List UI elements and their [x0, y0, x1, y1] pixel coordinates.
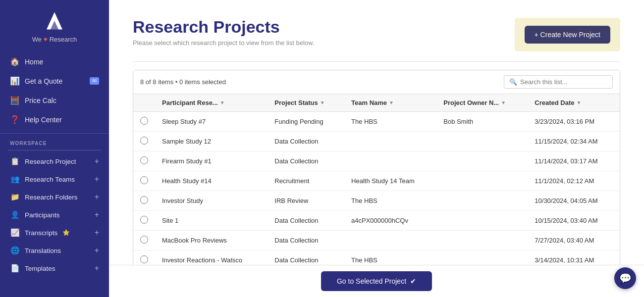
search-icon: 🔍	[509, 78, 517, 86]
participants-icon: 👤	[10, 210, 20, 219]
templates-plus[interactable]: +	[95, 264, 99, 273]
logo-area: We ♥ Research	[0, 0, 109, 48]
row-created: 11/1/2024, 02:12 AM	[528, 171, 620, 191]
transcripts-plus[interactable]: +	[95, 228, 99, 237]
main-nav: 🏠 Home 📊 Get a Quote ✉ 🧮 Price Calc ❓ He…	[0, 48, 109, 134]
col-status[interactable]: Project Status ▼	[268, 94, 344, 112]
nav-item-home[interactable]: 🏠 Home	[0, 52, 109, 71]
chat-icon: 💬	[619, 272, 632, 284]
nav-calc-label: Price Calc	[25, 97, 56, 104]
col-owner[interactable]: Project Owner N... ▼	[436, 94, 528, 112]
row-radio[interactable]	[140, 216, 148, 224]
nav-item-help-center[interactable]: ❓ Help Center	[0, 110, 109, 129]
col-created-chevron: ▼	[577, 100, 582, 105]
row-radio[interactable]	[140, 156, 148, 164]
table-row[interactable]: Health Study #14 Recruitment Health Stud…	[133, 171, 620, 191]
create-new-project-button[interactable]: + Create New Project	[525, 26, 610, 44]
translations-icon: 🌐	[10, 246, 20, 255]
sidebar-item-templates[interactable]: 📄 Templates +	[0, 259, 109, 277]
main-content: Research Projects Please select which re…	[109, 0, 644, 297]
table-row[interactable]: Site 1 Data Collection a4cPX000000hCQv 1…	[133, 211, 620, 231]
col-name[interactable]: Participant Rese... ▼	[155, 94, 268, 112]
row-radio-cell[interactable]	[133, 191, 155, 211]
quote-icon: 📊	[10, 76, 20, 86]
row-owner: Bob Smith	[436, 112, 528, 132]
table-header-row: Participant Rese... ▼ Project Status ▼ T…	[133, 94, 620, 112]
col-status-label: Project Status	[274, 99, 318, 106]
col-owner-label: Project Owner N...	[443, 99, 499, 106]
row-radio-cell[interactable]	[133, 231, 155, 250]
table-toolbar: 8 of 8 items • 0 items selected 🔍	[133, 70, 620, 94]
col-status-chevron: ▼	[320, 100, 325, 105]
participants-plus[interactable]: +	[95, 210, 99, 219]
page-header: Research Projects Please select which re…	[109, 0, 644, 61]
research-folders-icon: 📁	[10, 193, 20, 201]
research-project-plus[interactable]: +	[95, 157, 99, 166]
go-btn-label: Go to Selected Project	[337, 277, 406, 285]
sidebar-research-project-label: Research Project	[25, 158, 76, 165]
row-name: Sample Study 12	[155, 132, 268, 151]
nav-item-price-calc[interactable]: 🧮 Price Calc	[0, 91, 109, 110]
chat-bubble[interactable]: 💬	[614, 267, 636, 289]
row-owner	[436, 211, 528, 231]
table-row[interactable]: Firearm Study #1 Data Collection 11/14/2…	[133, 151, 620, 171]
row-radio[interactable]	[140, 137, 148, 145]
row-radio-cell[interactable]	[133, 132, 155, 151]
nav-home-label: Home	[25, 58, 43, 66]
row-radio[interactable]	[140, 236, 148, 244]
transcripts-icon: 📈	[10, 228, 20, 237]
translations-plus[interactable]: +	[95, 246, 99, 255]
workspace-divider	[8, 150, 101, 150]
title-area: Research Projects Please select which re…	[133, 18, 314, 47]
row-status: Data Collection	[268, 231, 344, 250]
sidebar-transcripts-label: Transcripts	[25, 229, 57, 237]
col-checkbox	[133, 94, 155, 112]
row-status: Data Collection	[268, 151, 344, 171]
table-row[interactable]: MacBook Pro Reviews Data Collection 7/27…	[133, 231, 620, 250]
row-radio-cell[interactable]	[133, 211, 155, 231]
research-teams-plus[interactable]: +	[95, 175, 99, 184]
research-folders-plus[interactable]: +	[95, 193, 99, 201]
workspace-label: WORKSPACE	[0, 136, 109, 148]
quote-badge: ✉	[90, 77, 99, 85]
sidebar-item-translations[interactable]: 🌐 Translations +	[0, 242, 109, 259]
sidebar-templates-label: Templates	[25, 265, 55, 272]
sidebar-item-participants[interactable]: 👤 Participants +	[0, 206, 109, 224]
row-name: Firearm Study #1	[155, 151, 268, 171]
sidebar-item-research-teams[interactable]: 👥 Research Teams +	[0, 170, 109, 188]
row-radio-cell[interactable]	[133, 151, 155, 171]
row-radio[interactable]	[140, 196, 148, 204]
table-row[interactable]: Sample Study 12 Data Collection 11/15/20…	[133, 132, 620, 151]
col-created[interactable]: Created Date ▼	[528, 94, 620, 112]
col-name-chevron: ▼	[220, 100, 225, 105]
table-row[interactable]: Sleep Study #7 Funding Pending The HBS B…	[133, 112, 620, 132]
table-row[interactable]: Investor Study IRB Review The HBS 10/30/…	[133, 191, 620, 211]
nav-item-get-a-quote[interactable]: 📊 Get a Quote ✉	[0, 71, 109, 91]
row-radio-cell[interactable]	[133, 171, 155, 191]
row-radio-cell[interactable]	[133, 112, 155, 132]
sidebar-research-folders-label: Research Folders	[25, 194, 78, 201]
row-radio[interactable]	[140, 117, 148, 125]
row-created: 11/15/2024, 02:34 AM	[528, 132, 620, 151]
col-owner-chevron: ▼	[501, 100, 506, 105]
search-input[interactable]	[520, 78, 604, 86]
go-btn-icon: ✔	[410, 277, 416, 285]
sidebar-item-research-folders[interactable]: 📁 Research Folders +	[0, 188, 109, 206]
go-to-project-button[interactable]: Go to Selected Project ✔	[321, 271, 432, 291]
row-radio[interactable]	[140, 176, 148, 184]
bottom-bar: Go to Selected Project ✔	[109, 265, 644, 297]
sidebar-item-transcripts[interactable]: 📈 Transcripts ⭐ +	[0, 224, 109, 242]
row-team: The HBS	[344, 112, 436, 132]
col-team[interactable]: Team Name ▼	[344, 94, 436, 112]
search-box[interactable]: 🔍	[504, 75, 613, 89]
sidebar-participants-label: Participants	[25, 211, 60, 219]
sidebar-item-research-project[interactable]: 📋 Research Project +	[0, 152, 109, 170]
row-name: Health Study #14	[155, 171, 268, 191]
row-created: 3/23/2024, 03:16 PM	[528, 112, 620, 132]
row-radio[interactable]	[140, 255, 148, 263]
col-name-label: Participant Rese...	[162, 99, 218, 106]
row-owner	[436, 191, 528, 211]
row-status: Data Collection	[268, 132, 344, 151]
row-name: Sleep Study #7	[155, 112, 268, 132]
row-team: The HBS	[344, 191, 436, 211]
